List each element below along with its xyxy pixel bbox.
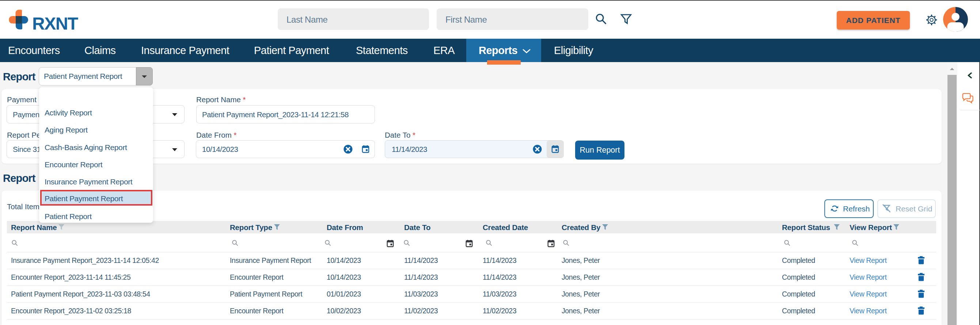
- svg-text:RXNT: RXNT: [32, 14, 78, 31]
